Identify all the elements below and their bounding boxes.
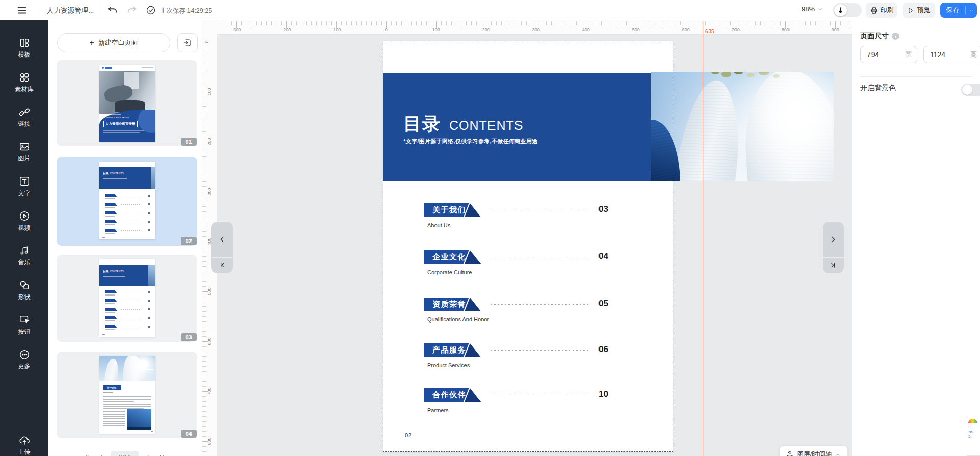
main-menu-button[interactable]: [16, 5, 28, 16]
cover-title: 人力资源公司宣传册: [103, 121, 138, 127]
toc-row-culture[interactable]: 企业文化 Corporate Culture 04: [424, 250, 628, 281]
h-ruler-label: 600: [682, 27, 690, 32]
undo-button[interactable]: [107, 5, 118, 16]
guide-line[interactable]: [703, 21, 703, 456]
header-building-photo[interactable]: [651, 72, 834, 181]
h-ruler-label: 100: [432, 27, 440, 32]
toc-page-number: 06: [598, 344, 608, 355]
toc-leader-line: [491, 395, 589, 395]
pages-panel: + 新建空白页面 COMPANY BROCHURE 人力资源公司宣传册: [48, 20, 201, 456]
page-thumbnail-2-selected[interactable]: 目录 CONTENTS 02: [57, 157, 197, 246]
next-page-icon[interactable]: [145, 454, 152, 456]
save-dropdown[interactable]: [966, 8, 977, 13]
sidebar-item-assets[interactable]: 素材库: [0, 65, 48, 100]
speed-gauge-icon: [968, 419, 977, 423]
prev-page-button[interactable]: [211, 222, 233, 257]
layers-button-label: 图层/时间轴: [797, 450, 832, 456]
last-saved-text: 上次保存 14:29:25: [160, 7, 212, 15]
toc-en-label: Corporate Culture: [427, 269, 472, 275]
chevron-last-icon: [830, 262, 837, 269]
toc-badge: 合作伙伴: [424, 388, 481, 402]
toc-row-partners[interactable]: 合作伙伴 Partners 10: [424, 388, 628, 419]
layers-timeline-button[interactable]: 图层/时间轴: [779, 445, 848, 456]
video-icon: [19, 210, 30, 222]
sidebar-item-templates[interactable]: 模板: [0, 31, 48, 65]
sun-flare: [651, 72, 834, 181]
last-page-button[interactable]: [823, 257, 844, 273]
zoom-select[interactable]: 98%: [802, 5, 823, 13]
net-unit: K: [970, 430, 973, 434]
sidebar-item-upload[interactable]: 上传: [0, 428, 48, 456]
mini-building-image: [127, 409, 151, 430]
h-ruler-label: 800: [782, 27, 790, 32]
page-indicator[interactable]: 2/10: [111, 451, 139, 456]
width-field: 宽: [860, 46, 917, 63]
sidebar-item-text[interactable]: 文字: [0, 169, 48, 204]
width-input[interactable]: [867, 50, 903, 59]
next-page-button[interactable]: [823, 222, 844, 257]
toc-badge: 产品服务: [424, 343, 481, 357]
v-ruler-label: 100: [207, 88, 212, 95]
page-thumbnail-3[interactable]: 目录 CONTENTS 03: [57, 255, 197, 342]
top-toolbar: 人力资源管理... 上次保存 14:29:25 98% 印刷 预览 保存: [0, 0, 980, 20]
net-line2: 5.: [968, 434, 980, 439]
toc-row-about[interactable]: 关于我们 About Us 03: [424, 203, 628, 234]
document-page[interactable]: 目录 CONTENTS *文字/图片源于网络,仅供学习参考,不做任何商业用途 关…: [383, 41, 673, 452]
page-thumbnail-1[interactable]: COMPANY BROCHURE 人力资源公司宣传册 01: [57, 60, 197, 146]
mini-toc-title: 目录: [103, 172, 109, 175]
page-size-section: 页面尺寸 i: [860, 32, 899, 41]
bg-color-toggle[interactable]: [961, 84, 980, 96]
toc-leader-line: [491, 304, 589, 305]
touch-mode-toggle[interactable]: [833, 3, 862, 17]
undo-icon: [107, 5, 118, 16]
print-button[interactable]: 印刷: [866, 3, 897, 18]
toc-row-products[interactable]: 产品服务 Product Services 06: [424, 343, 628, 374]
sidebar-item-buttons[interactable]: 按钮: [0, 308, 48, 342]
chevron-up-icon: [835, 452, 841, 456]
first-page-icon[interactable]: [84, 454, 91, 456]
h-ruler-label: -200: [282, 27, 291, 32]
first-page-button[interactable]: [211, 257, 233, 273]
sidebar-item-images[interactable]: 图片: [0, 135, 48, 169]
v-ruler-label: 800: [207, 437, 212, 445]
toc-en-label: Partners: [427, 407, 449, 413]
page-thumbnail-4[interactable]: 关于我们 04: [57, 352, 197, 438]
net-monitor-widget[interactable]: 3. ↑K 5.: [966, 417, 980, 456]
height-input[interactable]: [930, 50, 966, 59]
toc-row-honor[interactable]: 资质荣誉 Qualifications And Honor 05: [424, 298, 628, 328]
toc-en-label: Product Services: [427, 362, 470, 368]
thumbnail-preview: 关于我们: [99, 356, 155, 434]
toc-page-number: 05: [598, 299, 608, 309]
prev-page-icon[interactable]: [97, 454, 104, 456]
redo-icon: [126, 5, 138, 16]
document-title[interactable]: 人力资源管理...: [47, 6, 94, 15]
sidebar-item-links[interactable]: 链接: [0, 100, 48, 135]
divider: [40, 6, 40, 14]
new-blank-page-button[interactable]: + 新建空白页面: [57, 33, 170, 52]
height-field: 高: [923, 46, 980, 63]
import-page-button[interactable]: [177, 33, 198, 52]
v-ruler-label: 200: [207, 138, 212, 145]
toc-heading[interactable]: 目录 CONTENTS: [403, 112, 524, 136]
h-ruler-label: 200: [482, 27, 490, 32]
nav-right-group: [823, 222, 844, 273]
sidebar-item-music[interactable]: 音乐: [0, 238, 48, 273]
sidebar-item-label: 模板: [18, 50, 31, 59]
chevron-down-icon: [817, 6, 823, 12]
sidebar-item-more[interactable]: 更多: [0, 342, 48, 377]
preview-button[interactable]: 预览: [903, 3, 935, 18]
sidebar-item-label: 形状: [18, 293, 31, 302]
canvas[interactable]: -300-200-1000100200300400500600700800900…: [201, 20, 852, 456]
preview-label: 预览: [917, 6, 931, 15]
more-ellipsis-icon: [19, 349, 30, 360]
toc-disclaimer[interactable]: *文字/图片源于网络,仅供学习参考,不做任何商业用途: [403, 138, 537, 145]
sidebar-item-shapes[interactable]: 形状: [0, 273, 48, 308]
sidebar-item-video[interactable]: 视频: [0, 204, 48, 238]
save-button[interactable]: 保存: [940, 3, 977, 18]
redo-button[interactable]: [126, 5, 138, 16]
last-page-icon[interactable]: [158, 454, 166, 456]
info-icon[interactable]: i: [892, 33, 899, 40]
bg-color-toggle-label: 开启背景色: [860, 84, 896, 93]
v-ruler-label: 300: [207, 187, 212, 195]
v-ruler-label: 700: [207, 387, 212, 395]
